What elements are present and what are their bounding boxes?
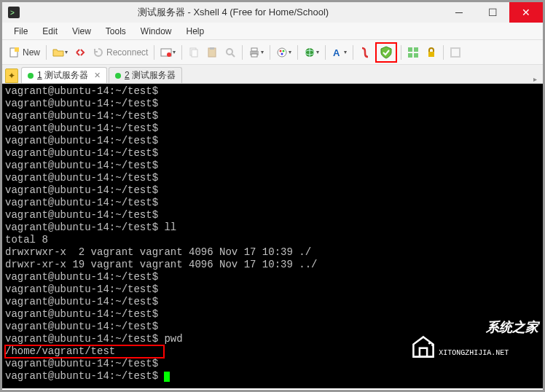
tab-2[interactable]: 2 测试服务器 [109,67,182,83]
terminal-line: vagrant@ubuntu-14:~/test$ [5,283,540,296]
tab-close-icon[interactable]: ✕ [94,71,101,80]
font-button[interactable]: A▾ [329,44,349,61]
fullscreen-icon [450,47,461,58]
terminal-line: total 8 [5,234,540,246]
new-icon [9,47,20,58]
terminal-line: vagrant@ubuntu-14:~/test$ [5,197,540,209]
tab-1[interactable]: 1 测试服务器 ✕ [21,67,107,83]
svg-text:A: A [333,47,340,58]
separator [401,45,401,60]
menu-tools[interactable]: Tools [100,25,132,38]
svg-rect-14 [251,54,257,57]
separator [297,45,298,60]
session-button[interactable]: ▾ [158,44,178,61]
svg-point-10 [227,49,232,55]
cursor [164,372,170,382]
printer-icon [248,47,260,58]
watermark-logo-icon [411,334,436,359]
terminal-line: drwxrwxr-x 2 vagrant vagrant 4096 Nov 17… [5,246,540,259]
fullscreen-button[interactable] [447,44,463,61]
terminal-line: vagrant@ubuntu-14:~/test$ [5,172,540,184]
svg-rect-13 [251,48,257,51]
tile-icon [407,47,419,58]
annotation-highlight: /home/vagrant/test [5,345,164,358]
svg-rect-29 [420,348,427,357]
svg-point-18 [281,52,283,55]
copy-button[interactable] [186,44,202,61]
reconnect-icon [93,47,104,58]
palette-icon [276,47,288,58]
svg-line-11 [232,54,235,57]
svg-rect-7 [192,50,197,57]
lock-icon [426,47,437,58]
print-button[interactable]: ▾ [246,44,266,61]
minimize-button[interactable]: ─ [442,2,476,23]
open-button[interactable]: ▾ [50,44,70,61]
app-icon: > [8,7,20,18]
menu-edit[interactable]: Edit [36,25,63,38]
separator [443,45,444,60]
svg-point-5 [167,52,171,57]
svg-rect-27 [428,52,434,57]
new-tab-button[interactable]: ✦ [5,68,18,83]
menu-view[interactable]: View [66,25,97,38]
watermark-brand: 系统之家 [486,321,538,335]
window-title: 测试服务器 - Xshell 4 (Free for Home/School) [24,6,442,19]
svg-point-15 [278,48,286,57]
pwd-output: /home/vagrant/test [5,345,115,357]
new-button[interactable]: New [7,44,42,61]
svg-point-16 [280,50,282,52]
script-button[interactable] [357,44,373,61]
xftp-button[interactable] [377,44,395,61]
watermark-url: XITONGZHIJIA.NET [439,347,538,359]
copy-icon [188,47,200,58]
status-dot-icon [28,73,34,79]
menu-help[interactable]: Help [181,25,211,38]
titlebar: > 测试服务器 - Xshell 4 (Free for Home/School… [2,2,543,23]
session-icon [160,47,172,58]
shield-transfer-icon [380,46,393,59]
color-button[interactable]: ▾ [274,44,294,61]
maximize-button[interactable]: ☐ [476,2,509,23]
tab-overflow-button[interactable]: ▸ [528,75,543,83]
terminal-line: vagrant@ubuntu-14:~/test$ [5,147,540,160]
terminal-line: drwxr-xr-x 19 vagrant vagrant 4096 Nov 1… [5,259,540,271]
menu-file[interactable]: File [8,25,34,38]
separator [181,45,182,60]
svg-point-31 [431,344,434,346]
paste-button[interactable] [204,44,220,61]
disconnect-button[interactable] [72,44,88,61]
terminal-line: vagrant@ubuntu-14:~/test$ [5,135,540,147]
terminal-line: vagrant@ubuntu-14:~/test$ [5,370,164,382]
find-button[interactable] [222,44,238,61]
reconnect-button[interactable]: Reconnect [90,44,150,61]
tile-button[interactable] [405,44,421,61]
terminal-line: vagrant@ubuntu-14:~/test$ [5,184,540,197]
menubar: File Edit View Tools Window Help [2,23,543,40]
separator [353,45,353,60]
close-button[interactable]: ✕ [509,2,543,23]
separator [270,45,270,60]
menu-window[interactable]: Window [135,25,178,38]
toolbar: New ▾ Reconnect ▾ ▾ ▾ ▾ A▾ [2,40,543,65]
separator [46,45,47,60]
font-icon: A [332,47,343,58]
status-dot-icon [115,73,121,79]
terminal-line: vagrant@ubuntu-14:~/test$ ll [5,222,540,234]
separator [325,45,326,60]
svg-point-17 [283,50,285,52]
svg-rect-26 [414,53,418,58]
terminal-line: vagrant@ubuntu-14:~/test$ [5,122,540,135]
separator [242,45,243,60]
svg-rect-3 [15,47,19,52]
lock-button[interactable] [423,44,439,61]
paste-icon [206,47,218,58]
svg-rect-25 [408,53,412,58]
terminal-line: vagrant@ubuntu-14:~/test$ [5,271,540,283]
web-button[interactable]: ▾ [302,44,321,61]
terminal-line: vagrant@ubuntu-14:~/test$ [5,209,540,222]
terminal[interactable]: vagrant@ubuntu-14:~/test$vagrant@ubuntu-… [2,84,543,388]
terminal-line: vagrant@ubuntu-14:~/test$ [5,110,540,122]
disconnect-icon [74,47,86,58]
terminal-line: vagrant@ubuntu-14:~/test$ [5,160,540,172]
